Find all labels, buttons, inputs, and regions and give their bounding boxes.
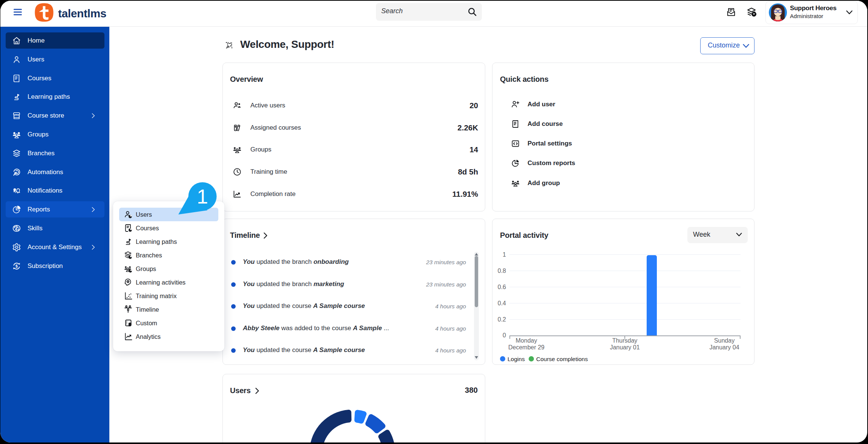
svg-text:$: $ xyxy=(15,263,18,268)
svg-text:1: 1 xyxy=(197,185,208,208)
